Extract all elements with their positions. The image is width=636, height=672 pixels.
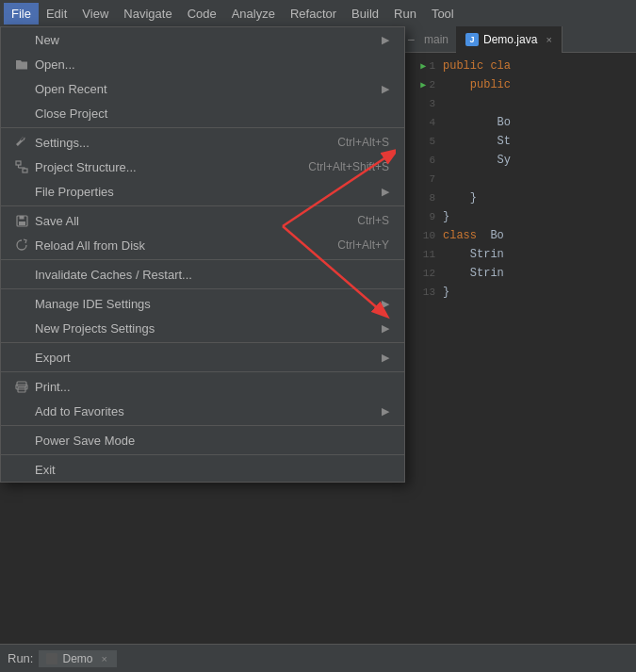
run-label: Run:	[8, 651, 33, 665]
menu-item-project-structure[interactable]: Project Structure... Ctrl+Alt+Shift+S	[1, 155, 404, 179]
line-number-9: 9	[405, 211, 443, 222]
menu-item-open[interactable]: Open...	[1, 52, 404, 76]
run-bar: Run: Demo ×	[0, 644, 636, 672]
favorites-arrow-icon: ▶	[382, 405, 389, 418]
separator-4	[1, 288, 404, 289]
menu-item-reload[interactable]: Reload All from Disk Ctrl+Alt+Y	[1, 233, 404, 257]
separator-3	[1, 259, 404, 260]
menubar-tool[interactable]: Tool	[424, 3, 462, 25]
svg-point-11	[24, 385, 26, 387]
menu-item-reload-label: Reload All from Disk	[35, 238, 307, 253]
new-projects-arrow-icon: ▶	[382, 322, 389, 335]
menu-item-file-properties[interactable]: File Properties ▶	[1, 179, 404, 204]
project-structure-icon	[8, 160, 35, 173]
line-number-6: 6	[405, 155, 443, 166]
run-tab-icon	[46, 653, 57, 664]
menu-item-power-save-label: Power Save Mode	[35, 434, 389, 448]
save-icon	[8, 215, 35, 227]
code-content-6: Sy	[443, 154, 511, 167]
settings-shortcut: Ctrl+Alt+S	[337, 136, 389, 149]
code-line-6: 6 Sy	[405, 151, 636, 170]
editor-tab-demo[interactable]: J Demo.java ×	[456, 26, 563, 53]
run-tab[interactable]: Demo ×	[39, 650, 116, 667]
menubar-build[interactable]: Build	[344, 3, 386, 25]
menu-item-file-properties-label: File Properties	[35, 185, 374, 199]
separator-7	[1, 425, 404, 426]
menubar-edit[interactable]: Edit	[39, 3, 74, 25]
line-number-11: 11	[405, 249, 443, 260]
line-number-2: ▶ 2	[405, 79, 443, 90]
reload-icon	[8, 238, 35, 252]
menubar-refactor[interactable]: Refactor	[283, 3, 344, 25]
code-line-9: 9 }	[405, 207, 636, 226]
code-content-12: Strin	[443, 267, 504, 280]
save-all-shortcut: Ctrl+S	[357, 214, 389, 227]
svg-rect-1	[23, 169, 27, 172]
line-number-13: 13	[405, 287, 443, 298]
menubar-file[interactable]: File	[4, 3, 39, 25]
menu-item-new[interactable]: New ▶	[1, 27, 404, 52]
wrench-icon	[8, 136, 35, 149]
code-content-9: }	[443, 210, 449, 223]
manage-ide-arrow-icon: ▶	[382, 298, 389, 310]
separator-8	[1, 454, 404, 455]
menu-item-export[interactable]: Export ▶	[1, 345, 404, 369]
menubar-view[interactable]: View	[74, 3, 116, 25]
editor-area: − main J Demo.java × ▶ 1 public cla ▶ 2 …	[405, 26, 636, 644]
menu-item-settings[interactable]: Settings... Ctrl+Alt+S	[1, 130, 404, 155]
menu-item-save-all-label: Save All	[35, 214, 327, 228]
run-tab-close-button[interactable]: ×	[101, 653, 106, 664]
print-icon	[8, 381, 35, 393]
code-line-8: 8 }	[405, 188, 636, 207]
menu-item-close-project[interactable]: Close Project	[1, 101, 404, 125]
code-line-1: ▶ 1 public cla	[405, 57, 636, 75]
menu-item-power-save[interactable]: Power Save Mode	[1, 428, 404, 452]
menu-item-invalidate-label: Invalidate Caches / Restart...	[35, 268, 389, 282]
run-arrow-2: ▶	[420, 79, 426, 90]
line-number-7: 7	[405, 173, 443, 185]
code-line-4: 4 Bo	[405, 113, 636, 132]
menubar-navigate[interactable]: Navigate	[116, 3, 179, 25]
code-content-8: }	[443, 191, 477, 205]
line-number-3: 3	[405, 98, 443, 109]
open-recent-arrow-icon: ▶	[382, 83, 389, 95]
code-content-10: class Bo	[443, 229, 504, 242]
menubar-run[interactable]: Run	[386, 3, 424, 25]
menu-item-open-recent[interactable]: Open Recent ▶	[1, 76, 404, 101]
minimize-button[interactable]: −	[405, 34, 416, 45]
breadcrumb: main	[416, 33, 456, 46]
code-content-11: Strin	[443, 248, 504, 261]
code-content-2: public	[443, 78, 511, 91]
tab-close-button[interactable]: ×	[546, 34, 551, 45]
separator-2	[1, 205, 404, 206]
svg-rect-6	[19, 216, 24, 220]
file-dropdown-menu: New ▶ Open... Open Recent ▶ Close Projec…	[0, 26, 405, 483]
code-line-5: 5 St	[405, 132, 636, 151]
menu-item-print[interactable]: Print...	[1, 374, 404, 399]
menu-item-export-label: Export	[35, 351, 374, 365]
code-area: ▶ 1 public cla ▶ 2 public 3 4 Bo 5 St	[405, 53, 636, 305]
menu-item-new-projects[interactable]: New Projects Settings ▶	[1, 316, 404, 340]
menu-item-open-label: Open...	[35, 57, 389, 72]
folder-icon	[8, 58, 35, 70]
code-content-4: Bo	[443, 116, 511, 129]
run-arrow-1: ▶	[420, 60, 426, 72]
menu-item-add-favorites[interactable]: Add to Favorites ▶	[1, 399, 404, 423]
menu-item-manage-ide[interactable]: Manage IDE Settings ▶	[1, 291, 404, 316]
code-content-5: St	[443, 135, 511, 148]
menu-item-close-project-label: Close Project	[35, 107, 389, 121]
new-arrow-icon: ▶	[382, 34, 389, 46]
menubar-code[interactable]: Code	[180, 3, 224, 25]
menu-item-save-all[interactable]: Save All Ctrl+S	[1, 208, 404, 233]
menu-item-invalidate[interactable]: Invalidate Caches / Restart...	[1, 262, 404, 287]
menu-item-exit[interactable]: Exit	[1, 457, 404, 482]
menu-item-add-favorites-label: Add to Favorites	[35, 404, 374, 418]
svg-rect-0	[16, 161, 21, 165]
menubar-analyze[interactable]: Analyze	[224, 3, 283, 25]
code-line-13: 13 }	[405, 283, 636, 302]
line-number-5: 5	[405, 136, 443, 147]
editor-tab-bar: − main J Demo.java ×	[405, 26, 636, 53]
code-content-1: public cla	[443, 59, 511, 73]
run-tab-label: Demo	[62, 652, 92, 665]
menu-item-new-projects-label: New Projects Settings	[35, 321, 374, 336]
